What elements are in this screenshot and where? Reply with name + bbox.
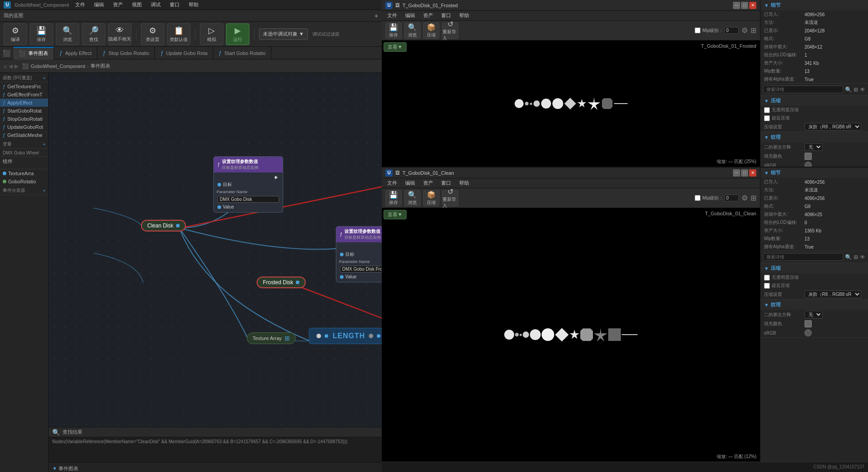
near-compress-checkbox-2[interactable] (764, 283, 770, 289)
tw-clean-close[interactable]: ✕ (749, 169, 756, 177)
sidebar-item-update-gobo[interactable]: ƒ UpdateGoboRot (0, 123, 48, 131)
srgb-swatch-1[interactable] (805, 162, 812, 167)
sidebar-item-start-gobo[interactable]: ƒ StartGoboRotat (0, 107, 48, 115)
add-btn[interactable]: + (375, 12, 378, 19)
tw-frosted-menu-assets[interactable]: 资产 (420, 11, 437, 20)
fill-color-swatch-2[interactable] (805, 320, 812, 327)
info-search-icon-2[interactable]: 🔍 (845, 254, 852, 260)
compress-select-1[interactable]: 灰阶（R8，RGB8 sR (805, 123, 861, 131)
section-expand-icon[interactable]: ▼ (52, 466, 57, 471)
info-grid-icon-2[interactable]: ⊞ (854, 254, 858, 260)
mip-input-2[interactable] (724, 195, 739, 201)
no-alpha-checkbox-1[interactable] (764, 107, 770, 113)
blueprint-canvas[interactable]: ƒ 设置纹理参数数值 目标是材质动态实例 (49, 73, 382, 427)
menu-view[interactable]: 视图 (129, 0, 145, 9)
tw-clean-menu-edit[interactable]: 编辑 (402, 179, 419, 187)
menu-assets[interactable]: 资产 (110, 0, 126, 9)
tw-clean-view-btn[interactable]: 直看▼ (384, 210, 407, 219)
tw-frosted-view-btn[interactable]: 直看▼ (384, 42, 407, 52)
menu-file[interactable]: 文件 (72, 0, 88, 9)
debug-target-dropdown[interactable]: 未选中调试对象 ▼ (259, 28, 308, 40)
pow2-select-2[interactable]: 无 (805, 311, 823, 318)
menu-debug[interactable]: 调试 (148, 0, 163, 9)
info-search-input-1[interactable] (763, 86, 843, 93)
tab-apply-effect[interactable]: ƒ Apply Effect (54, 47, 97, 59)
fill-color-swatch-1[interactable] (805, 153, 812, 160)
info-header-2[interactable]: ▼ 细节 (760, 168, 868, 178)
sidebar-item-apply-effect[interactable]: ƒ ApplyEffect (0, 99, 48, 107)
menu-help[interactable]: 帮助 (186, 0, 201, 9)
tw-clean-settings-icon[interactable]: ⚙ (741, 194, 748, 202)
info-header-1[interactable]: ▼ 细节 (760, 0, 868, 10)
tw-frosted-grid-icon[interactable]: ⊞ (750, 26, 756, 35)
tw-frosted-menu-help[interactable]: 帮助 (456, 11, 473, 20)
info-texture-header-2[interactable]: ▼ 纹理 (760, 300, 868, 310)
sidebar-item-gobo-rotation[interactable]: GoboRotatio (0, 177, 48, 186)
tw-frosted-menu-edit[interactable]: 编辑 (402, 11, 419, 20)
sidebar-item-get-static-mesh[interactable]: ƒ GetStaticMeshe (0, 131, 48, 139)
tab-event-graph[interactable]: ⬛ 事件图表 (14, 47, 54, 59)
tab-update-gobo[interactable]: ƒ Update Gobo Rota (155, 47, 213, 59)
class-defaults-button[interactable]: 📋 类默认值 (167, 23, 190, 45)
set-texture-params-node-1[interactable]: ƒ 设置纹理参数数值 目标是材质动态实例 (213, 156, 283, 213)
tw-frosted-viewport[interactable]: 直看▼ (382, 41, 760, 167)
tw-clean-menu-help[interactable]: 帮助 (456, 179, 473, 187)
home-icon[interactable]: ⌂ (4, 63, 7, 69)
class-settings-button[interactable]: ⚙ 类设置 (141, 23, 164, 45)
find-button[interactable]: 🔎 查找 (82, 23, 105, 45)
mip-input-1[interactable] (724, 27, 739, 34)
info-eye-icon-1[interactable]: 👁 (860, 86, 865, 93)
tw-frosted-minimize[interactable]: ─ (733, 2, 740, 9)
info-search-input-2[interactable] (763, 253, 843, 261)
tab-stop-gobo[interactable]: ƒ Stop Gobo Rotatio (97, 47, 155, 59)
info-compression-header-1[interactable]: ▼ 压缩 (760, 95, 868, 106)
info-grid-icon-1[interactable]: ⊞ (854, 86, 858, 93)
add-event-btn[interactable]: + (43, 188, 45, 193)
tw-clean-compress-btn[interactable]: 📦 压缩 (423, 190, 439, 206)
tw-clean-grid-icon[interactable]: ⊞ (750, 194, 756, 202)
no-alpha-checkbox-2[interactable] (764, 275, 770, 281)
tw-clean-viewport[interactable]: 直看▼ (382, 208, 760, 462)
info-search-icon-1[interactable]: 🔍 (845, 86, 852, 93)
breadcrumb-component[interactable]: GoboWheel_Component (31, 64, 85, 69)
param-name-field-2[interactable]: DMX Gobo Disk Frosted (340, 266, 382, 272)
pow2-select-1[interactable]: 无 (805, 143, 823, 151)
tw-clean-minimize[interactable]: ─ (733, 169, 740, 177)
length-node[interactable]: LENGTH (309, 328, 382, 344)
tw-frosted-browse-btn[interactable]: 🔍 浏览 (404, 23, 420, 39)
tw-clean-menu-window[interactable]: 窗口 (438, 179, 455, 187)
add-variable-btn[interactable]: + (43, 142, 45, 147)
tw-frosted-save-btn[interactable]: 💾 保存 (385, 23, 402, 39)
menu-edit[interactable]: 编辑 (91, 0, 107, 9)
tab-start-gobo[interactable]: ƒ Start Gobo Rotatio (213, 47, 271, 59)
run-button[interactable]: ▶ 运行 (226, 23, 249, 45)
compile-button[interactable]: ⚙ 编译 (4, 23, 27, 45)
set-texture-params-node-2[interactable]: ƒ 设置纹理参数数值 目标是材质动态实例 (336, 226, 382, 282)
srgb-swatch-2[interactable] (805, 329, 812, 336)
sidebar-item-get-textures[interactable]: ƒ GetTexturesFrc (0, 82, 48, 91)
tw-frosted-reimport-btn[interactable]: ↺ 重新导入 (442, 23, 458, 39)
nav-forward-icon[interactable]: ▶ (14, 63, 18, 69)
tw-frosted-settings-icon[interactable]: ⚙ (741, 26, 748, 35)
menu-window[interactable]: 窗口 (167, 0, 182, 9)
mip-checkbox-1[interactable] (695, 27, 701, 33)
info-texture-header-1[interactable]: ▼ 纹理 (760, 132, 868, 142)
compress-select-2[interactable]: 灰阶（R8，RGB8 sR (805, 290, 861, 298)
sidebar-item-stop-gobo[interactable]: ƒ StopGoboRotati (0, 115, 48, 123)
tw-clean-reimport-btn[interactable]: ↺ 重新导入 (442, 190, 458, 206)
save-button[interactable]: 💾 保存 (30, 23, 53, 45)
clean-disk-node[interactable]: Clean Disk (141, 220, 186, 231)
tw-clean-menu-assets[interactable]: 资产 (420, 179, 437, 187)
texture-array-node[interactable]: Texture Array ⊞ (247, 332, 296, 344)
tw-frosted-menu-file[interactable]: 文件 (384, 11, 401, 20)
sidebar-item-components[interactable]: 组件 (0, 157, 48, 166)
sidebar-item-texture-array[interactable]: TextureArra (0, 169, 48, 177)
tw-clean-browse-btn[interactable]: 🔍 浏览 (404, 190, 420, 206)
near-compress-checkbox-1[interactable] (764, 115, 770, 121)
info-compression-header-2[interactable]: ▼ 压缩 (760, 263, 868, 273)
tw-frosted-close[interactable]: ✕ (749, 2, 756, 9)
tw-clean-save-btn[interactable]: 💾 保存 (385, 190, 402, 206)
nav-back-icon[interactable]: ◀ (9, 63, 13, 69)
breadcrumb-event-graph[interactable]: 事件图表 (90, 63, 110, 69)
info-eye-icon-2[interactable]: 👁 (860, 254, 865, 260)
